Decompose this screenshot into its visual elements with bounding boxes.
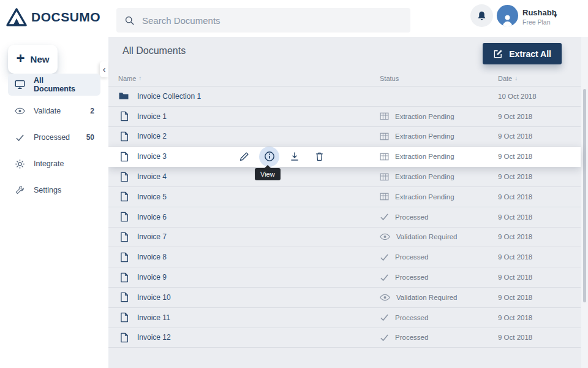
date-cell: 9 Oct 2018 — [498, 334, 571, 341]
sidebar-item-all-documents[interactable]: All Documents — [8, 74, 100, 96]
user-menu[interactable]: Rushabh Free Plan — [522, 8, 557, 26]
scrollbar-thumb[interactable] — [583, 89, 586, 302]
table-row[interactable]: Invoice 9 Processed 9 Oct 2018 — [108, 267, 581, 288]
table-row[interactable]: Invoice 12 Processed 9 Oct 2018 — [108, 328, 581, 348]
notifications-button[interactable] — [470, 4, 493, 27]
file-icon — [118, 252, 129, 263]
bell-icon — [477, 10, 487, 21]
page-title: All Documents — [123, 45, 186, 56]
grid-icon — [380, 132, 389, 140]
chevron-down-icon[interactable]: ▾ — [554, 12, 557, 20]
status-label: Extraction Pending — [395, 153, 454, 160]
table-row[interactable]: Invoice 10 Validation Required 9 Oct 201… — [108, 288, 581, 308]
date-cell: 9 Oct 2018 — [498, 173, 571, 180]
delete-icon — [315, 151, 324, 161]
check-icon — [380, 313, 389, 321]
document-name: Invoice 10 — [137, 293, 171, 302]
sidebar-item-count: 2 — [90, 107, 94, 115]
table-row[interactable]: Invoice 8 Processed 9 Oct 2018 — [108, 247, 581, 267]
file-icon — [118, 312, 129, 323]
file-icon — [118, 292, 129, 302]
status-cell: Extraction Pending — [380, 132, 498, 140]
table-row[interactable]: Invoice 11 Processed 9 Oct 2018 — [108, 308, 581, 328]
column-label: Status — [380, 75, 399, 82]
date-cell: 9 Oct 2018 — [498, 193, 571, 201]
date-cell: 9 Oct 2018 — [498, 132, 571, 140]
file-icon — [118, 332, 129, 343]
check-icon — [380, 334, 389, 342]
documents-table: Name↑StatusDate↓ Invoice Collection 1 10… — [108, 71, 581, 348]
status-label: Processed — [395, 314, 428, 321]
edit-button[interactable] — [234, 147, 254, 167]
status-cell: Processed — [380, 313, 498, 321]
delete-button[interactable] — [309, 147, 330, 167]
name-cell: Invoice 2 — [118, 131, 380, 142]
table-row[interactable]: Invoice 6 Processed 9 Oct 2018 — [108, 207, 581, 228]
table-row[interactable]: Invoice 7 Validation Required 9 Oct 2018 — [108, 228, 581, 248]
date-cell: 9 Oct 2018 — [498, 153, 571, 160]
table-row[interactable]: Invoice 4 Extraction Pending 9 Oct 2018 — [108, 167, 581, 187]
document-name: Invoice 11 — [137, 313, 170, 322]
table-row[interactable]: Invoice Collection 1 10 Oct 2018 — [108, 86, 581, 107]
grid-icon — [380, 153, 389, 161]
extract-all-button[interactable]: Extract All — [483, 43, 562, 64]
document-name: Invoice 12 — [137, 333, 171, 342]
date-cell: 9 Oct 2018 — [498, 213, 571, 221]
column-header-name[interactable]: Name↑ — [118, 75, 380, 82]
search-bar[interactable] — [116, 8, 410, 33]
sidebar-item-label: Settings — [34, 186, 86, 194]
document-name: Invoice 9 — [137, 273, 167, 282]
date-cell: 9 Oct 2018 — [498, 253, 571, 261]
avatar[interactable] — [497, 5, 518, 26]
grid-icon — [380, 173, 389, 181]
table-row[interactable]: Invoice 1 Extraction Pending 9 Oct 2018 — [108, 107, 581, 127]
sidebar-item-label: All Documents — [34, 76, 86, 93]
sidebar-item-settings[interactable]: Settings — [8, 179, 100, 201]
file-icon — [118, 232, 129, 242]
status-cell: Processed — [380, 274, 498, 282]
name-cell: Invoice 11 — [118, 312, 380, 323]
name-cell: Invoice 6 — [118, 212, 380, 222]
logo[interactable]: DOCSUMO — [6, 8, 100, 26]
sidebar-item-integrate[interactable]: Integrate — [8, 153, 100, 175]
info-icon — [264, 151, 275, 162]
table-row[interactable]: Invoice 2 Extraction Pending 9 Oct 2018 — [108, 127, 581, 147]
status-label: Processed — [395, 274, 428, 281]
document-name: Invoice 4 — [137, 172, 167, 181]
table-header: Name↑StatusDate↓ — [108, 71, 581, 86]
document-name: Invoice 5 — [137, 193, 167, 201]
edit-square-icon — [493, 49, 503, 59]
file-icon — [118, 212, 129, 222]
document-name: Invoice 6 — [137, 213, 167, 221]
table-row[interactable]: Invoice 5 Extraction Pending 9 Oct 2018 — [108, 187, 581, 207]
column-header-status[interactable]: Status — [380, 75, 498, 82]
search-icon — [124, 15, 135, 26]
status-label: Extraction Pending — [395, 193, 454, 201]
file-icon — [118, 151, 129, 162]
status-label: Processed — [395, 213, 428, 221]
name-cell: Invoice Collection 1 — [118, 91, 380, 101]
column-header-date[interactable]: Date↓ — [498, 75, 571, 82]
name-cell: Invoice 10 — [118, 292, 380, 302]
table-row[interactable]: Invoice 3 Extraction Pending 9 Oct 2018 … — [108, 147, 581, 167]
sidebar-item-processed[interactable]: Processed 50 — [8, 126, 100, 148]
file-icon — [118, 272, 129, 283]
wrench-icon — [14, 185, 25, 195]
check-icon — [380, 274, 389, 282]
status-cell: Validation Required — [380, 294, 498, 301]
eye-icon — [380, 233, 390, 240]
column-label: Name — [118, 75, 136, 82]
search-input[interactable] — [141, 15, 402, 26]
check-icon — [380, 213, 389, 221]
sidebar-item-validate[interactable]: Validate 2 — [8, 100, 100, 122]
status-label: Validation Required — [396, 294, 458, 301]
new-button-label: New — [31, 54, 50, 64]
sort-arrow-icon: ↓ — [514, 75, 518, 82]
sidebar-item-label: Integrate — [34, 159, 86, 168]
grid-icon — [380, 112, 389, 120]
download-button[interactable] — [284, 147, 304, 167]
view-button[interactable] — [259, 147, 279, 167]
new-button[interactable]: + New — [8, 45, 58, 74]
name-cell: Invoice 1 — [118, 111, 380, 121]
plus-icon: + — [17, 51, 25, 66]
